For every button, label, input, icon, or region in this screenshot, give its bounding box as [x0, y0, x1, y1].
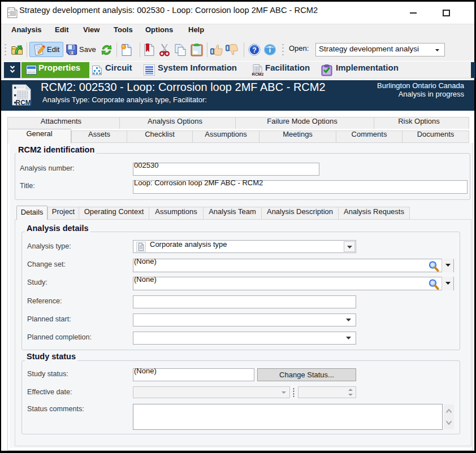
svg-text:?: ? [252, 46, 257, 54]
svg-text:RCM: RCM [16, 99, 31, 106]
svg-text:RCM2: RCM2 [252, 72, 264, 76]
